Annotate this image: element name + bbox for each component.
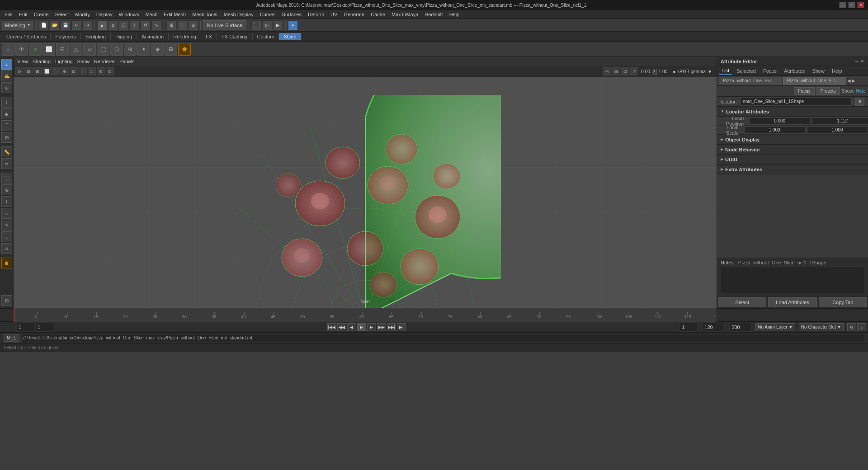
ipr-render-button[interactable]: ▶ [273,20,283,30]
menu-help[interactable]: Help [447,11,462,18]
move-tool-button[interactable]: ✛ [130,20,140,30]
shelf-eye-icon[interactable]: 👁 [15,43,28,56]
tab-rendering[interactable]: Rendering [169,33,201,40]
next-frame-button[interactable]: ▶ [367,323,376,331]
attr-tab-list[interactable]: List [719,67,732,75]
menu-mesh-tools[interactable]: Mesh Tools [189,11,220,18]
menu-mesh[interactable]: Mesh [142,11,160,18]
soft-mod-tool[interactable]: ◉ [1,108,12,119]
prev-frame-button[interactable]: ◀ [347,323,356,331]
current-frame-input[interactable] [35,323,53,332]
play-end-button[interactable]: ▶| [397,323,406,331]
grid-toggle-btn[interactable]: ⊞ [612,67,620,75]
shelf-camera-icon[interactable]: ◈ [151,43,164,56]
local-scale-x[interactable] [744,127,805,134]
hide-link[interactable]: Hide [856,89,865,94]
menu-maxtomaya[interactable]: MaxToMaya [389,11,421,18]
select-tool[interactable]: ▲ [1,59,12,70]
lattice-tool[interactable]: ⊞ [1,132,12,143]
shelf-xgen-icon[interactable]: ⬟ [178,43,191,56]
modeling-dropdown[interactable]: Modeling ▼ [2,20,34,30]
attr-tab-help[interactable]: Help [829,67,845,75]
tab-custom[interactable]: Custom [253,33,279,40]
node-behavior-section[interactable]: ▶ Node Behavior [717,145,868,155]
frame-current-right[interactable] [679,323,698,332]
isolate-btn[interactable]: ◎ [603,67,611,75]
lighting-menu[interactable]: Lighting [55,59,73,64]
undo-button[interactable]: ↩ [71,20,81,30]
shelf-cube-icon[interactable]: ⬜ [42,43,55,56]
load-attributes-button[interactable]: Load Attributes [768,297,816,307]
tab-sculpting[interactable]: Sculpting [81,33,111,40]
tab-polygons[interactable]: Polygons [51,33,80,40]
minimize-button[interactable]: ─ [839,2,846,8]
show-hide-button[interactable]: ● [288,20,298,30]
timeline-playhead[interactable] [14,308,14,322]
menu-edit-mesh[interactable]: Edit Mesh [161,11,189,18]
character-set-dropdown[interactable]: No Character Set ▼ [799,323,844,331]
move-vertex-tool[interactable]: ↕ [1,97,12,108]
bounding-btn[interactable]: □ [88,67,96,75]
curve-tool[interactable]: ⌇ [1,196,12,207]
gamma-dropdown-icon[interactable]: ▼ [708,69,712,74]
shelf-plane-icon[interactable]: ▱ [83,43,96,56]
node-tab-next-icon[interactable]: ▶ [852,78,855,83]
sculpt-tool[interactable]: ⊕ [1,82,12,93]
mel-command-input[interactable]: // Result: C:/Users/dimax/Desktop/Pizza_… [21,334,864,342]
menu-surfaces[interactable]: Surfaces [279,11,304,18]
local-scale-y[interactable] [807,127,868,134]
extra-attributes-section[interactable]: ▶ Extra Attributes [717,164,868,174]
render-button[interactable]: ▷ [262,20,272,30]
view-menu[interactable]: View [17,59,28,64]
menu-generate[interactable]: Generate [341,11,367,18]
shelf-select-icon[interactable]: ⊙ [2,43,14,56]
menu-edit[interactable]: Edit [16,11,30,18]
wire-btn[interactable]: ⊡ [70,67,78,75]
ep-curve-tool[interactable]: ⌂ [1,208,12,219]
attr-tab-selected[interactable]: Selected [734,67,759,75]
object-display-section[interactable]: ▶ Object Display [717,135,868,145]
render-settings-button[interactable]: ⬛ [251,20,261,30]
save-scene-button[interactable]: 💾 [61,20,71,30]
uuid-section[interactable]: ▶ UUID [717,155,868,164]
jump-end-button[interactable]: ▶▶| [387,323,396,331]
shelf-light-icon[interactable]: ✪ [165,43,177,56]
shelf-nurbs-icon[interactable]: ⊛ [124,43,137,56]
select-button[interactable]: Select [718,297,766,307]
timeline-ruler[interactable]: 1510152025303540455055606570758085909510… [14,308,717,322]
snap-grid-button[interactable]: ⊞ [166,20,176,30]
pencil-tool[interactable]: ✎ [1,220,12,230]
shelf-cylinder-icon[interactable]: ⊟ [56,43,69,56]
attr-editor-close-icon[interactable]: ✕ [860,58,864,64]
camera-sel-btn[interactable]: ⊙ [15,67,24,75]
node-tab-prev-icon[interactable]: ◀ [847,78,851,83]
field-chart-btn[interactable]: ⊕ [61,67,69,75]
safe-title-btn[interactable]: ⬛ [52,67,60,75]
shelf-poly-icon[interactable]: ⬡ [110,43,123,56]
shading-menu[interactable]: Shading [33,59,51,64]
panels-menu[interactable]: Panels [119,59,135,64]
node-tab-1[interactable]: Pizza_without_One_Slice_ncl1_1 [719,77,782,85]
smooth-btn[interactable]: ○ [79,67,87,75]
menu-windows[interactable]: Windows [116,11,142,18]
shelf-sphere-icon[interactable]: ○ [29,43,42,56]
locator-field[interactable] [741,98,852,106]
show-manip-tool[interactable]: ⊜ [1,184,12,195]
focus-button[interactable]: Focus [794,87,814,95]
menu-uv[interactable]: UV [328,11,340,18]
res-gate-btn[interactable]: ⊞ [33,67,42,75]
paint-tool[interactable]: ✍ [1,70,12,81]
redo-button[interactable]: ↪ [82,20,92,30]
local-position-x[interactable] [749,118,810,125]
renderer-menu[interactable]: Renderer [94,59,115,64]
film-gate-btn[interactable]: ⊟ [24,67,33,75]
xgen-icon-left[interactable]: ⬟ [1,258,12,268]
frame-end-input[interactable] [702,323,725,332]
step-forward-button[interactable]: ▶▶ [377,323,386,331]
step-back-button[interactable]: ◀◀ [337,323,346,331]
menu-select[interactable]: Select [52,11,72,18]
anim-layer-dropdown[interactable]: No Anim Layer ▼ [755,323,795,331]
hud-btn[interactable]: ⊡ [621,67,629,75]
show-menu[interactable]: Show [77,59,90,64]
select-tool-button[interactable]: ▲ [97,20,107,30]
